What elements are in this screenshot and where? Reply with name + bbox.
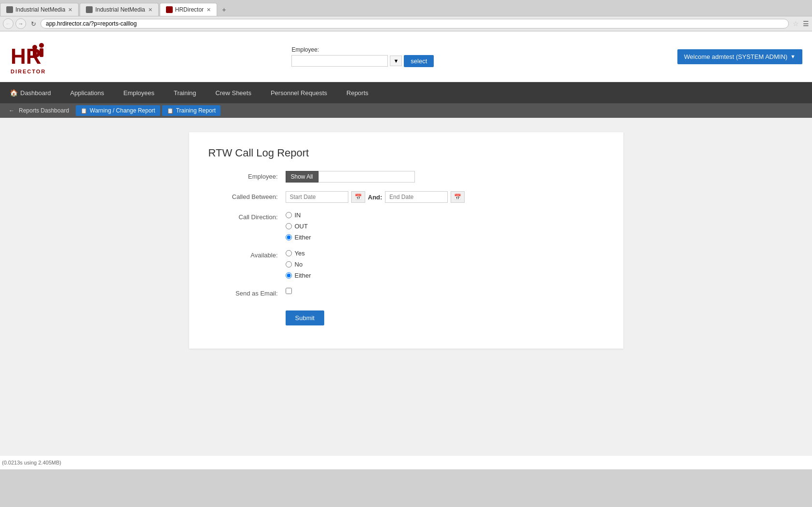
send-email-checkbox[interactable] xyxy=(286,288,292,294)
tab-close-2[interactable]: ✕ xyxy=(148,7,152,13)
submit-control-area: Submit xyxy=(286,306,604,325)
tab-label-2: Industrial NetMedia xyxy=(95,6,145,13)
welcome-button[interactable]: Welcome admtest (SYSTEM ADMIN) ▼ xyxy=(677,49,802,64)
home-icon: 🏠 xyxy=(10,89,18,97)
submit-spacer xyxy=(208,306,286,308)
welcome-arrow-icon: ▼ xyxy=(790,54,796,59)
refresh-button[interactable]: ↻ xyxy=(28,18,39,29)
nav-personnel-requests[interactable]: Personnel Requests xyxy=(261,83,337,103)
start-date-calendar-button[interactable]: 📅 xyxy=(351,191,365,203)
tab-favicon-1 xyxy=(6,6,13,13)
sub-nav: Reports Dashboard 📋 Warning / Change Rep… xyxy=(0,103,812,118)
welcome-text: Welcome admtest (SYSTEM ADMIN) xyxy=(684,53,787,60)
call-direction-in-label: IN xyxy=(295,211,301,219)
forward-button[interactable]: → xyxy=(15,18,26,29)
call-direction-out-label: OUT xyxy=(295,223,308,230)
tab-favicon-2 xyxy=(86,6,93,13)
call-direction-either[interactable]: Either xyxy=(286,234,604,241)
employee-control-area: Show All xyxy=(286,171,604,183)
call-direction-in-radio[interactable] xyxy=(286,212,292,218)
call-direction-label: Call Direction: xyxy=(208,211,286,221)
tab-1[interactable]: Industrial NetMedia ✕ xyxy=(0,3,79,16)
available-yes-radio[interactable] xyxy=(286,250,292,256)
call-direction-out[interactable]: OUT xyxy=(286,223,604,230)
send-email-form-row: Send as Email: xyxy=(208,288,604,297)
tab-bar: Industrial NetMedia ✕ Industrial NetMedi… xyxy=(0,0,812,16)
tab-favicon-3 xyxy=(166,6,173,13)
address-input[interactable] xyxy=(41,19,789,28)
submit-form-row: Submit xyxy=(208,306,604,325)
and-label: And: xyxy=(368,194,383,201)
start-date-input[interactable] xyxy=(286,191,348,203)
nav-dashboard[interactable]: 🏠 Dashboard xyxy=(0,82,61,103)
app: HR DIRECTOR Employee: ▼ select Welc xyxy=(0,31,812,469)
show-all-button[interactable]: Show All xyxy=(286,171,318,183)
menu-icon[interactable]: ☰ xyxy=(803,20,809,28)
employee-selector: Employee: ▼ select xyxy=(291,46,434,67)
tab-close-3[interactable]: ✕ xyxy=(206,7,211,13)
subnav-warning-change-report[interactable]: 📋 Warning / Change Report xyxy=(76,105,160,116)
report-card: RTW Call Log Report Employee: Show All C… xyxy=(189,132,623,349)
end-date-calendar-button[interactable]: 📅 xyxy=(451,191,465,203)
employee-name-input[interactable] xyxy=(318,171,415,183)
available-either-radio[interactable] xyxy=(286,272,292,279)
subnav-reports-dashboard[interactable]: Reports Dashboard xyxy=(4,105,74,116)
call-direction-form-row: Call Direction: IN OUT Eithe xyxy=(208,211,604,241)
employee-dropdown-button[interactable]: ▼ xyxy=(390,56,402,66)
subnav-training-report[interactable]: 📋 Training Report xyxy=(162,105,220,116)
employee-form-row: Employee: Show All xyxy=(208,171,604,183)
subnav-reports-dashboard-label: Reports Dashboard xyxy=(19,107,69,114)
call-direction-in[interactable]: IN xyxy=(286,211,604,219)
svg-rect-2 xyxy=(33,50,37,57)
nav-reports-label: Reports xyxy=(346,89,369,97)
nav-crew-sheets-label: Crew Sheets xyxy=(216,89,251,97)
nav-employees[interactable]: Employees xyxy=(114,83,164,103)
available-yes[interactable]: Yes xyxy=(286,250,604,257)
nav-applications[interactable]: Applications xyxy=(61,83,114,103)
tab-close-1[interactable]: ✕ xyxy=(68,7,72,13)
called-between-label: Called Between: xyxy=(208,191,286,200)
svg-rect-4 xyxy=(40,48,43,57)
send-email-label: Send as Email: xyxy=(208,288,286,297)
logo-svg: HR DIRECTOR xyxy=(10,39,48,75)
nav-personnel-requests-label: Personnel Requests xyxy=(271,89,327,97)
available-yes-label: Yes xyxy=(295,250,305,257)
available-either-label: Either xyxy=(295,272,311,279)
call-direction-control-area: IN OUT Either xyxy=(286,211,604,241)
tab-label-3: HRDirector xyxy=(175,6,204,13)
available-no-radio[interactable] xyxy=(286,261,292,268)
new-tab-button[interactable]: + xyxy=(218,4,230,15)
warning-change-icon: 📋 xyxy=(81,108,87,114)
footer: (0.0213s using 2.405MB) xyxy=(0,456,812,469)
bookmark-icon[interactable]: ☆ xyxy=(793,20,799,28)
available-form-row: Available: Yes No Either xyxy=(208,250,604,279)
tab-label-1: Industrial NetMedia xyxy=(15,6,65,13)
available-no-label: No xyxy=(295,261,303,268)
tab-2[interactable]: Industrial NetMedia ✕ xyxy=(80,3,158,16)
call-direction-out-radio[interactable] xyxy=(286,223,292,229)
end-date-input[interactable] xyxy=(385,191,448,203)
app-header: HR DIRECTOR Employee: ▼ select Welc xyxy=(0,31,812,82)
available-either[interactable]: Either xyxy=(286,272,604,279)
call-direction-either-label: Either xyxy=(295,234,311,241)
employee-field-label: Employee: xyxy=(291,46,319,53)
available-control-area: Yes No Either xyxy=(286,250,604,279)
logo-area: HR DIRECTOR xyxy=(10,37,48,76)
submit-button[interactable]: Submit xyxy=(286,310,324,325)
main-nav: 🏠 Dashboard Applications Employees Train… xyxy=(0,82,812,103)
nav-reports[interactable]: Reports xyxy=(337,83,378,103)
available-no[interactable]: No xyxy=(286,261,604,268)
call-direction-either-radio[interactable] xyxy=(286,234,292,240)
nav-employees-label: Employees xyxy=(124,89,154,97)
select-button[interactable]: select xyxy=(404,55,434,67)
svg-text:DIRECTOR: DIRECTOR xyxy=(11,69,46,74)
send-email-checkbox-label[interactable] xyxy=(286,288,604,294)
tab-3[interactable]: HRDirector ✕ xyxy=(160,3,217,16)
nav-crew-sheets[interactable]: Crew Sheets xyxy=(206,83,261,103)
svg-point-1 xyxy=(32,45,37,50)
training-report-icon: 📋 xyxy=(167,108,174,114)
nav-training[interactable]: Training xyxy=(164,83,206,103)
back-button[interactable]: ← xyxy=(3,18,14,29)
subnav-warning-change-label: Warning / Change Report xyxy=(90,107,155,114)
header-employee-input[interactable] xyxy=(291,55,388,67)
